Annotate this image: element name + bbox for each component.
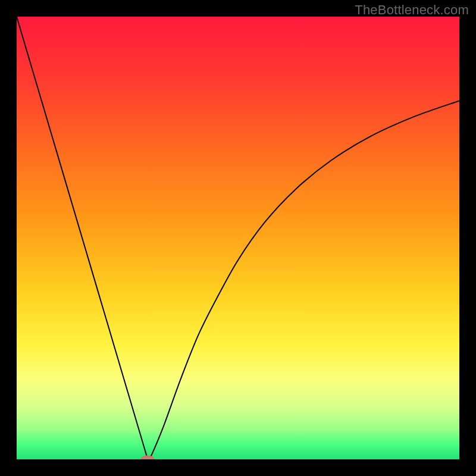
watermark-text: TheBottleneck.com (355, 2, 469, 18)
plot-background (17, 17, 459, 459)
bottleneck-chart (17, 17, 459, 459)
chart-frame: TheBottleneck.com (0, 0, 476, 476)
